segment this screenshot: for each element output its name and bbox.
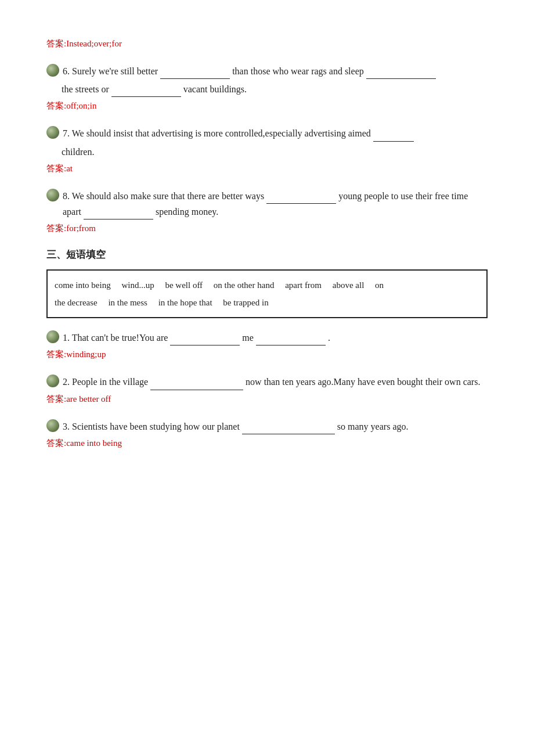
q7-text1: We should insist that advertising is mor… [72,128,371,138]
q5-answer-section: 答案:Instead;over;for [46,38,488,49]
q8-text3: spending money. [156,207,218,217]
q6-text1: 6. [63,66,70,76]
q7-line1: 7. We should insist that advertising is … [46,125,488,141]
phrase-box-line1: come into being wind...up be well off on… [55,280,384,290]
q7-line2: children. [62,144,488,160]
q1-blank2[interactable] [256,335,326,345]
q3-text2: so many years ago. [337,422,409,431]
q1-number: 1. [63,333,70,343]
q1-text: 1. That can't be true!You are me . [63,330,488,345]
q1-line1: 1. That can't be true!You are me . [46,330,488,345]
q8-blank1[interactable] [266,193,336,204]
q2-text1: People in the village [72,377,148,387]
q3-number: 3. [63,422,70,431]
q6-blank3[interactable] [111,87,181,97]
q6-text: 6. Surely we're still better than those … [63,63,488,79]
q8-text: 8. We should also make sure that there a… [63,188,488,219]
q2-text2: now than ten years ago.Many have even bo… [246,377,480,387]
q2-answer: 答案:are better off [46,394,488,405]
q2-line1: 2. People in the village now than ten ye… [46,374,488,390]
q7-text2: children. [62,147,94,157]
q8-number: 8. [63,191,70,201]
q1-text3: . [328,333,330,343]
q1-text1: That can't be true!You are [72,333,168,343]
q5-answer: 答案:Instead;over;for [46,38,488,49]
q6-blank1[interactable] [160,69,230,79]
q1-blank1[interactable] [170,335,240,345]
q6-bullet [46,64,59,77]
q3-text: 3. Scientists have been studying how our… [63,419,488,434]
q2-text: 2. People in the village now than ten ye… [63,374,488,390]
q2-number: 2. [63,377,70,387]
q6-text2: Surely we're still better [72,66,158,76]
q3-text1: Scientists have been studying how our pl… [72,422,240,431]
q2-section: 2. People in the village now than ten ye… [46,374,488,404]
q7-section: 7. We should insist that advertising is … [46,125,488,174]
q7-text: 7. We should insist that advertising is … [63,125,488,141]
q8-text1: We should also make sure that there are … [72,191,264,201]
q3-blank1[interactable] [242,424,335,434]
q3-section: 3. Scientists have been studying how our… [46,419,488,449]
q8-section: 8. We should also make sure that there a… [46,188,488,234]
q2-bullet [46,375,59,387]
q6-blank2[interactable] [366,69,436,79]
q8-answer: 答案:for;from [46,223,488,234]
q7-number: 7. [63,128,70,138]
q1-section: 1. That can't be true!You are me . 答案:wi… [46,330,488,360]
q6-text3: than those who wear rags and sleep [232,66,364,76]
q6-answer: 答案:off;on;in [46,100,488,111]
q6-text4: the streets or [62,84,109,94]
q6-text5: vacant buildings. [183,84,247,94]
phrase-box-line2: the decrease in the mess in the hope tha… [55,298,269,307]
q2-blank1[interactable] [150,380,243,390]
q8-line1: 8. We should also make sure that there a… [46,188,488,219]
q1-text2: me [242,333,254,343]
q8-blank2[interactable] [84,209,153,219]
q7-bullet [46,126,59,139]
q6-line2: the streets or vacant buildings. [62,81,488,97]
q7-blank1[interactable] [373,131,414,142]
q6-line1: 6. Surely we're still better than those … [46,63,488,79]
q1-answer: 答案:winding;up [46,349,488,360]
q3-line1: 3. Scientists have been studying how our… [46,419,488,434]
section3-header: 三、短语填空 [46,248,488,261]
q7-answer: 答案:at [46,163,488,174]
q6-section: 6. Surely we're still better than those … [46,63,488,111]
q1-bullet [46,330,59,343]
q3-bullet [46,419,59,432]
q8-bullet [46,189,59,201]
q3-answer: 答案:came into being [46,438,488,449]
phrase-box: come into being wind...up be well off on… [46,269,488,318]
